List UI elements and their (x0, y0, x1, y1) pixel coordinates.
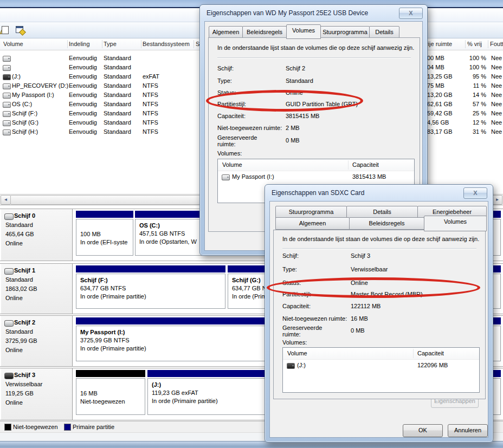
volume-icon (3, 120, 11, 126)
field-label: Schijf: (217, 65, 234, 72)
legend-swatch-primary (64, 424, 71, 431)
volume-icon (287, 363, 295, 369)
volume-icon (222, 174, 230, 180)
listbox-col-volume: Volume (287, 350, 307, 356)
volume-icon (3, 102, 11, 108)
volume-icon (3, 83, 11, 89)
removable-disk-icon (4, 373, 14, 379)
document-icon-sheet (2, 26, 9, 34)
legend-label: Primaire partitie (73, 424, 114, 430)
field-value: 2 MB (286, 125, 300, 131)
volume-icon (3, 74, 11, 80)
volumes-label: Volumes: (217, 150, 242, 157)
legend-label: Niet-toegewezen (13, 424, 58, 430)
close-icon[interactable]: X (399, 8, 423, 19)
intro-text: In de onderstaande lijst staan de volume… (282, 236, 479, 242)
col-indeling[interactable]: Indeling (69, 41, 90, 47)
listbox-row[interactable]: (J:) 122096 MB (283, 359, 479, 370)
listbox-col-volume: Volume (222, 161, 242, 168)
header-separator[interactable] (194, 40, 194, 48)
volumes-label: Volumes: (282, 339, 307, 346)
disk-icon (4, 320, 14, 327)
tab-stuurprogramma[interactable]: Stuurprogramma (275, 206, 347, 218)
partition-efi[interactable]: 100 MB In orde (EFI-syste (76, 211, 133, 258)
dialog-body: Stuurprogramma Details Energiebeheer Alg… (269, 201, 488, 438)
tab-beleidsregels[interactable]: Beleidsregels (242, 26, 287, 38)
tab-page-volumes: In de onderstaande lijst staan de volume… (273, 230, 486, 399)
col-bestandssysteem[interactable]: Bestandssysteem (143, 41, 190, 47)
field-label: Niet-toegewezen ruimte: (282, 315, 347, 322)
field-label: Capaciteit: (282, 303, 311, 309)
intro-text: In de onderstaande lijst staan de volume… (217, 44, 414, 51)
disk-info-panel[interactable]: Schijf 1 Standaard 1863,02 GB Online (1, 264, 73, 314)
document-icon[interactable] (1, 25, 10, 35)
dialog-title: Eigenschappen van WD My Passport 25E2 US… (207, 9, 368, 17)
header-separator[interactable] (102, 40, 102, 48)
col-type[interactable]: Type (104, 41, 117, 47)
header-separator[interactable] (465, 40, 466, 48)
tab-volumes[interactable]: Volumes (286, 24, 321, 39)
listbox-col-divider (413, 349, 414, 358)
volume-icon (3, 65, 11, 71)
annotation-ellipse-mbr (267, 277, 480, 298)
disk-info-panel[interactable]: Schijf 0 Standaard 465,64 GB Online (1, 209, 73, 261)
field-label: Gereserveerde ruimte: (282, 324, 337, 337)
header-separator[interactable] (67, 40, 68, 48)
volume-icon (3, 129, 11, 135)
dialog-title: Eigenschappen van SDXC Card (272, 189, 364, 197)
disk-info-panel[interactable]: Schijf 2 Standaard 3725,99 GB Online (1, 316, 73, 366)
field-value: 16 MB (351, 315, 368, 322)
volume-icon (3, 111, 11, 117)
listbox-header: Volume Capaciteit (218, 159, 414, 171)
col-volume[interactable]: Volume (3, 41, 23, 47)
tab-algemeen[interactable]: Algemeen (275, 217, 350, 230)
col-pct-vrij[interactable]: % vrij (467, 41, 482, 47)
partition-f[interactable]: Schijf (F:) 634,77 GB NTFS In orde (Prim… (76, 265, 225, 311)
listbox-col-divider (348, 160, 349, 170)
scroll-left-arrow-icon[interactable]: ◄ (1, 195, 11, 205)
scroll-right-arrow-icon[interactable]: ► (492, 195, 502, 205)
listbox-header: Volume Capaciteit (283, 348, 479, 360)
header-separator[interactable] (488, 40, 488, 48)
disk-info-panel[interactable]: Schijf 3 Verwisselbaar 119,25 GB Online (1, 368, 73, 420)
field-value: 0 MB (286, 137, 300, 144)
disk-icon (4, 213, 14, 220)
field-value: Standaard (286, 77, 313, 84)
header-separator[interactable] (141, 40, 141, 48)
listbox-row[interactable]: My Passport (I:) 3815413 MB (218, 171, 414, 181)
field-label: Schijf: (282, 252, 299, 259)
volume-icon (3, 56, 11, 62)
partition-unallocated[interactable]: 16 MB Niet-toegewezen (76, 370, 145, 417)
field-value: Verwisselbaar (351, 266, 388, 272)
dialog-sdxc-card: Eigenschappen van SDXC Card X Stuurprogr… (265, 184, 493, 443)
ok-button[interactable]: OK (403, 424, 443, 437)
close-icon[interactable]: X (463, 187, 487, 199)
cancel-button[interactable]: Annuleren (448, 424, 488, 437)
tab-details[interactable]: Details (369, 26, 399, 38)
listbox-col-capaciteit: Capaciteit (352, 161, 379, 168)
legend-swatch-unallocated (4, 424, 11, 431)
field-value: Schijf 3 (351, 252, 370, 259)
field-label: Type: (282, 266, 297, 272)
col-fouttolerantie[interactable]: Foutt (490, 41, 503, 47)
field-value: Schijf 2 (286, 65, 305, 72)
partition-color-bar (76, 265, 225, 272)
partition-color-bar (76, 211, 133, 218)
field-label: Capaciteit: (217, 113, 246, 119)
partition-color-bar (76, 370, 145, 377)
divider (282, 248, 476, 249)
disk-icon (4, 268, 14, 275)
tab-volumes[interactable]: Volumes (424, 216, 487, 231)
field-label: Niet-toegewezen ruimte: (217, 125, 282, 131)
volumes-listbox[interactable]: Volume Capaciteit (J:) 122096 MB (282, 347, 480, 393)
tab-algemeen[interactable]: Algemeen (209, 26, 243, 38)
tab-stuurprogramma[interactable]: Stuurprogramma (320, 26, 370, 38)
field-value: 3815415 MB (286, 113, 319, 119)
field-value: 0 MB (351, 327, 365, 334)
window-star-icon-titlebar (16, 26, 23, 28)
field-value: 122112 MB (351, 303, 381, 309)
field-label: Gereserveerde ruimte: (217, 134, 272, 147)
tab-details[interactable]: Details (346, 206, 418, 218)
window-star-icon[interactable] (15, 25, 25, 35)
tab-beleidsregels[interactable]: Beleidsregels (349, 217, 424, 230)
